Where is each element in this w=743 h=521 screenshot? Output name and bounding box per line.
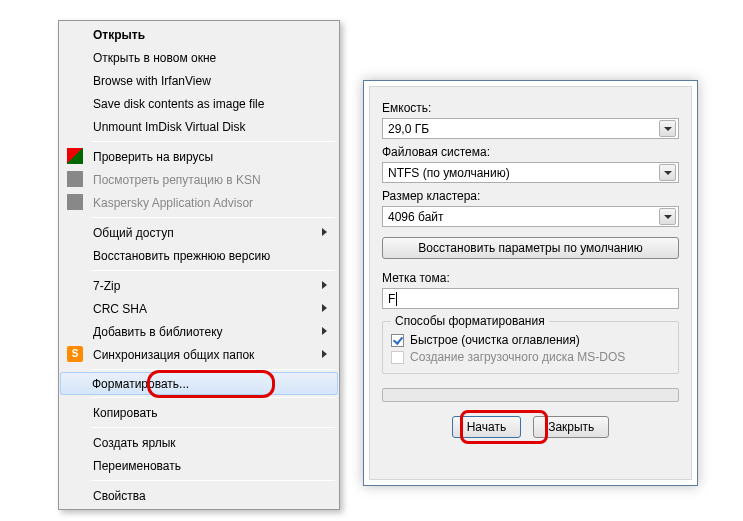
separator	[91, 397, 335, 398]
chevron-down-icon	[664, 171, 672, 175]
dropdown-button[interactable]	[659, 120, 676, 137]
menu-label: CRC SHA	[93, 302, 147, 316]
kaspersky-icon	[67, 148, 83, 164]
input-value: F	[388, 292, 395, 306]
menu-restore-previous[interactable]: Восстановить прежнюю версию	[61, 244, 337, 267]
chevron-right-icon	[322, 281, 327, 289]
dropdown-value: 4096 байт	[388, 210, 444, 224]
menu-label: Копировать	[93, 406, 158, 420]
checkbox-label: Быстрое (очистка оглавления)	[410, 333, 580, 347]
menu-label: 7-Zip	[93, 279, 120, 293]
volume-label: Метка тома:	[382, 271, 679, 285]
dropdown-value: 29,0 ГБ	[388, 122, 429, 136]
cluster-dropdown[interactable]: 4096 байт	[382, 206, 679, 227]
menu-label: Общий доступ	[93, 226, 174, 240]
menu-properties[interactable]: Свойства	[61, 484, 337, 507]
progress-bar	[382, 388, 679, 402]
filesystem-dropdown[interactable]: NTFS (по умолчанию)	[382, 162, 679, 183]
menu-label: Browse with IrfanView	[93, 74, 211, 88]
text-cursor	[396, 292, 397, 306]
capacity-label: Емкость:	[382, 101, 679, 115]
menu-7zip[interactable]: 7-Zip	[61, 274, 337, 297]
format-dialog: Емкость: 29,0 ГБ Файловая система: NTFS …	[363, 80, 698, 486]
separator	[91, 427, 335, 428]
menu-add-library[interactable]: Добавить в библиотеку	[61, 320, 337, 343]
button-label: Закрыть	[548, 420, 594, 434]
menu-rename[interactable]: Переименовать	[61, 454, 337, 477]
menu-create-shortcut[interactable]: Создать ярлык	[61, 431, 337, 454]
msdos-boot-checkbox	[391, 351, 404, 364]
menu-save-disk-image[interactable]: Save disk contents as image file	[61, 92, 337, 115]
kaspersky-icon	[67, 194, 83, 210]
filesystem-label: Файловая система:	[382, 145, 679, 159]
chevron-right-icon	[322, 350, 327, 358]
menu-share[interactable]: Общий доступ	[61, 221, 337, 244]
menu-kaspersky-advisor: Kaspersky Application Advisor	[61, 191, 337, 214]
menu-label: Открыть	[93, 28, 145, 42]
context-menu: Открыть Открыть в новом окне Browse with…	[58, 20, 340, 510]
menu-label: Save disk contents as image file	[93, 97, 264, 111]
sync-icon: S	[67, 346, 83, 362]
dropdown-button[interactable]	[659, 208, 676, 225]
menu-label: Unmount ImDisk Virtual Disk	[93, 120, 245, 134]
restore-defaults-button[interactable]: Восстановить параметры по умолчанию	[382, 237, 679, 259]
menu-label: Проверить на вирусы	[93, 150, 213, 164]
menu-unmount-imdisk[interactable]: Unmount ImDisk Virtual Disk	[61, 115, 337, 138]
separator	[91, 141, 335, 142]
close-button[interactable]: Закрыть	[533, 416, 609, 438]
format-methods-group: Способы форматирования Быстрое (очистка …	[382, 321, 679, 374]
kaspersky-icon	[67, 171, 83, 187]
group-title: Способы форматирования	[391, 314, 549, 328]
menu-label: Kaspersky Application Advisor	[93, 196, 253, 210]
dropdown-value: NTFS (по умолчанию)	[388, 166, 510, 180]
chevron-right-icon	[322, 327, 327, 335]
menu-label: Восстановить прежнюю версию	[93, 249, 270, 263]
start-button[interactable]: Начать	[452, 416, 522, 438]
menu-label: Открыть в новом окне	[93, 51, 216, 65]
menu-crc-sha[interactable]: CRC SHA	[61, 297, 337, 320]
quick-format-checkbox[interactable]	[391, 334, 404, 347]
cluster-label: Размер кластера:	[382, 189, 679, 203]
menu-ksn-reputation: Посмотреть репутацию в KSN	[61, 168, 337, 191]
checkbox-label: Создание загрузочного диска MS-DOS	[410, 350, 625, 364]
menu-label: Синхронизация общих папок	[93, 348, 254, 362]
chevron-down-icon	[664, 127, 672, 131]
menu-label: Форматировать...	[92, 377, 189, 391]
capacity-dropdown[interactable]: 29,0 ГБ	[382, 118, 679, 139]
volume-input[interactable]: F	[382, 288, 679, 309]
chevron-right-icon	[322, 304, 327, 312]
menu-label: Переименовать	[93, 459, 181, 473]
menu-open-new-window[interactable]: Открыть в новом окне	[61, 46, 337, 69]
menu-scan-virus[interactable]: Проверить на вирусы	[61, 145, 337, 168]
button-row: Начать Закрыть	[382, 416, 679, 438]
separator	[91, 369, 335, 370]
menu-label: Посмотреть репутацию в KSN	[93, 173, 261, 187]
button-label: Начать	[467, 420, 507, 434]
menu-label: Свойства	[93, 489, 146, 503]
menu-format[interactable]: Форматировать...	[60, 372, 338, 395]
dropdown-button[interactable]	[659, 164, 676, 181]
button-label: Восстановить параметры по умолчанию	[418, 241, 642, 255]
menu-browse-irfanview[interactable]: Browse with IrfanView	[61, 69, 337, 92]
separator	[91, 270, 335, 271]
chevron-right-icon	[322, 228, 327, 236]
chevron-down-icon	[664, 215, 672, 219]
menu-label: Создать ярлык	[93, 436, 176, 450]
separator	[91, 480, 335, 481]
menu-label: Добавить в библиотеку	[93, 325, 223, 339]
separator	[91, 217, 335, 218]
menu-sync-folders[interactable]: SСинхронизация общих папок	[61, 343, 337, 366]
dialog-frame: Емкость: 29,0 ГБ Файловая система: NTFS …	[369, 86, 692, 480]
menu-open[interactable]: Открыть	[61, 23, 337, 46]
menu-copy[interactable]: Копировать	[61, 401, 337, 424]
